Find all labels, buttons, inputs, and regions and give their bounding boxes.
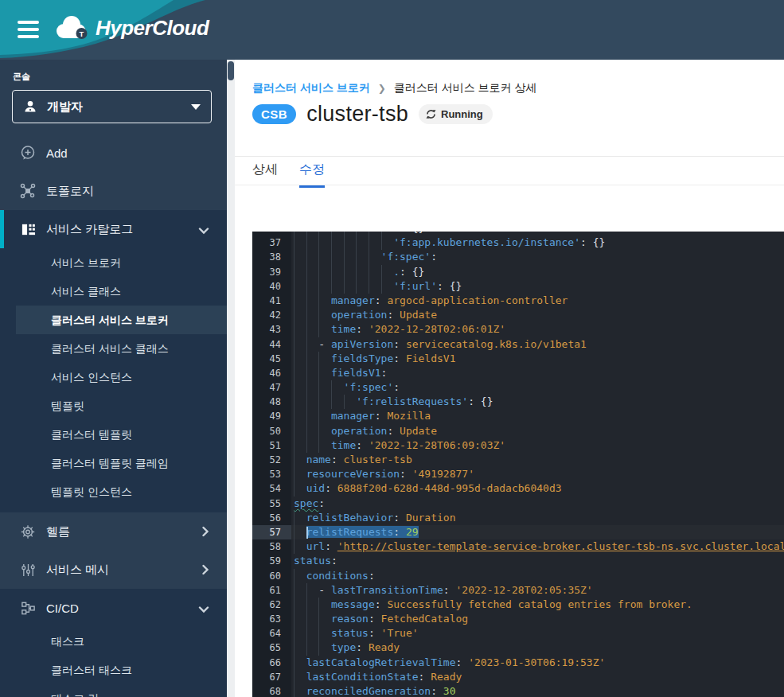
editor-line-64[interactable]: 64status: 'True' (252, 626, 784, 641)
sidebar-subitem-5-2[interactable]: 태스크 런 (0, 684, 227, 697)
editor-line-68[interactable]: 68reconciledGeneration: 30 (252, 684, 784, 697)
sidebar-nav: Add토폴로지서비스 카탈로그서비스 브로커서비스 클래스클러스터 서비스 브로… (0, 134, 227, 697)
sidebar-item-label: CI/CD (46, 602, 79, 615)
sidebar: 콘솔 개발자 Add토폴로지서비스 카탈로그서비스 브로커서비스 클래스클러스터… (0, 60, 227, 697)
editor-line-48[interactable]: 48'f:relistRequests': {} (252, 395, 784, 409)
editor-line-56[interactable]: 56relistBehavior: Duration (252, 511, 784, 525)
editor-line-62[interactable]: 62message: Successfully fetched catalog … (252, 598, 784, 612)
editor-line-49[interactable]: 49manager: Mozilla (252, 409, 784, 423)
sidebar-item-4[interactable]: 서비스 메시 (0, 551, 227, 589)
sidebar-subitem-2-1[interactable]: 서비스 클래스 (0, 277, 227, 306)
editor-line-60[interactable]: 60conditions: (252, 569, 784, 583)
line-number: 40 (252, 279, 291, 294)
mesh-icon (20, 562, 36, 578)
cicd-icon (20, 600, 36, 616)
developer-person-icon (23, 99, 37, 114)
editor-line-44[interactable]: 44- apiVersion: servicecatalog.k8s.io/v1… (252, 337, 784, 352)
line-number: 49 (252, 409, 291, 423)
editor-line-42[interactable]: 42operation: Update (252, 308, 784, 322)
editor-line-41[interactable]: 41manager: argocd-application-controller (252, 294, 784, 308)
page-title: cluster-tsb (306, 102, 408, 127)
editor-line-47[interactable]: 47'f:spec': (252, 380, 784, 395)
hamburger-menu-icon[interactable] (18, 21, 39, 38)
line-number: 65 (252, 641, 291, 655)
line-number: 58 (252, 539, 291, 554)
sidebar-subitem-5-0[interactable]: 태스크 (0, 627, 227, 656)
line-number: 45 (252, 352, 291, 366)
divider (235, 185, 784, 185)
sidebar-subitem-2-4[interactable]: 서비스 인스턴스 (0, 363, 227, 391)
editor-line-45[interactable]: 45fieldsType: FieldsV1 (252, 352, 784, 366)
line-number: 67 (252, 670, 291, 684)
yaml-editor[interactable]: 36.: {}37'f:app.kubernetes.io/instance':… (252, 232, 784, 697)
line-number: 47 (252, 380, 291, 395)
editor-line-51[interactable]: 51time: '2022-12-28T06:09:03Z' (252, 438, 784, 453)
sidebar-item-label: 헬름 (46, 524, 70, 539)
line-number: 38 (252, 250, 291, 264)
editor-line-37[interactable]: 37'f:app.kubernetes.io/instance': {} (252, 236, 784, 250)
editor-line-61[interactable]: 61- lastTransitionTime: '2022-12-28T02:0… (252, 583, 784, 598)
brand-name: HyperCloud (96, 16, 209, 41)
line-number: 61 (252, 583, 291, 598)
editor-line-39[interactable]: 39.: {} (252, 265, 784, 279)
main-content: 클러스터 서비스 브로커 ❯ 클러스터 서비스 브로커 상세 CSB clust… (235, 60, 784, 697)
scrollbar-thumb[interactable] (228, 61, 234, 80)
status-label: Running (441, 108, 483, 120)
line-number: 68 (252, 684, 291, 697)
line-number: 59 (252, 554, 291, 568)
sidebar-subitem-5-1[interactable]: 클러스터 태스크 (0, 656, 227, 684)
scrollbar-track (227, 60, 235, 697)
editor-line-65[interactable]: 65type: Ready (252, 641, 784, 655)
line-number: 37 (252, 236, 291, 250)
text-cursor (306, 527, 308, 539)
sidebar-item-1[interactable]: 토폴로지 (0, 172, 227, 210)
sidebar-item-5[interactable]: CI/CD (0, 589, 227, 627)
breadcrumb-current: 클러스터 서비스 브로커 상세 (394, 81, 537, 95)
sidebar-subitem-2-5[interactable]: 템플릿 (0, 391, 227, 420)
editor-line-63[interactable]: 63reason: FetchedCatalog (252, 612, 784, 626)
editor-line-43[interactable]: 43time: '2022-12-28T02:06:01Z' (252, 322, 784, 337)
perspective-dropdown[interactable]: 개발자 (12, 90, 212, 123)
brand-logo[interactable]: T HyperCloud (53, 14, 209, 41)
sidebar-subitem-2-3[interactable]: 클러스터 서비스 클래스 (0, 334, 227, 363)
editor-line-66[interactable]: 66lastCatalogRetrievalTime: '2023-01-30T… (252, 656, 784, 670)
sidebar-subitem-2-7[interactable]: 클러스터 템플릿 클레임 (0, 449, 227, 477)
breadcrumb-separator-icon: ❯ (378, 83, 386, 94)
breadcrumb-link[interactable]: 클러스터 서비스 브로커 (252, 81, 370, 95)
sidebar-section-2: 서비스 카탈로그서비스 브로커서비스 클래스클러스터 서비스 브로커클러스터 서… (0, 210, 227, 512)
sidebar-subitem-2-0[interactable]: 서비스 브로커 (0, 248, 227, 277)
editor-line-52[interactable]: 52name: cluster-tsb (252, 453, 784, 467)
perspective-value: 개발자 (47, 99, 83, 115)
active-section-accent (0, 210, 4, 248)
editor-line-40[interactable]: 40'f:url': {} (252, 279, 784, 294)
editor-line-54[interactable]: 54uid: 6888f20d-628d-448d-995d-dadacb604… (252, 481, 784, 496)
line-number: 64 (252, 626, 291, 641)
editor-line-38[interactable]: 38'f:spec': (252, 250, 784, 264)
line-number: 44 (252, 337, 291, 352)
line-number: 48 (252, 395, 291, 409)
sync-icon (426, 109, 436, 119)
editor-line-55[interactable]: 55spec: (252, 496, 784, 511)
chevron-down-icon (191, 104, 201, 110)
editor-line-53[interactable]: 53resourceVersion: '49192877' (252, 467, 784, 481)
sidebar-item-3[interactable]: 헬름 (0, 512, 227, 551)
line-number: 52 (252, 453, 291, 467)
sidebar-section-5: CI/CD태스크클러스터 태스크태스크 런 (0, 589, 227, 697)
console-label: 콘솔 (13, 71, 227, 83)
sidebar-subitem-2-2[interactable]: 클러스터 서비스 브로커 (16, 306, 227, 334)
sidebar-subitem-2-6[interactable]: 클러스터 템플릿 (0, 420, 227, 449)
editor-line-57[interactable]: 57relistRequests: 29 (252, 525, 784, 539)
editor-line-46[interactable]: 46fieldsV1: (252, 366, 784, 380)
sidebar-subitem-2-8[interactable]: 템플릿 인스턴스 (0, 477, 227, 506)
line-number: 63 (252, 612, 291, 626)
cloud-logo-icon: T (53, 14, 91, 41)
line-number: 43 (252, 322, 291, 337)
add-circle-icon (20, 145, 36, 161)
sidebar-item-2[interactable]: 서비스 카탈로그 (0, 210, 227, 248)
editor-line-67[interactable]: 67lastConditionState: Ready (252, 670, 784, 684)
editor-line-59[interactable]: 59status: (252, 554, 784, 568)
editor-line-58[interactable]: 58url: 'http://cluster-template-service-… (252, 539, 784, 554)
editor-line-50[interactable]: 50operation: Update (252, 424, 784, 438)
sidebar-item-label: 토폴로지 (46, 184, 94, 199)
sidebar-item-0[interactable]: Add (0, 134, 227, 172)
